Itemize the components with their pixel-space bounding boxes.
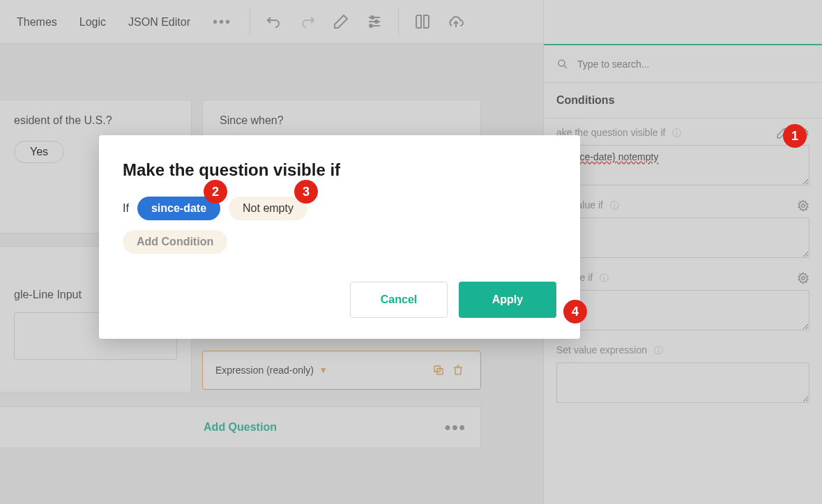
condition-row: If since-date Not empty: [123, 197, 556, 220]
apply-button[interactable]: Apply: [459, 282, 556, 318]
add-condition-row: Add Condition: [123, 230, 556, 254]
add-condition-button[interactable]: Add Condition: [123, 230, 227, 254]
operator-chip[interactable]: Not empty: [229, 197, 307, 220]
cancel-button[interactable]: Cancel: [350, 282, 448, 318]
field-chip[interactable]: since-date: [137, 197, 220, 220]
if-label: If: [123, 202, 129, 215]
dialog-buttons: Cancel Apply: [123, 282, 556, 318]
app-root: Themes Logic JSON Editor ••• calculation: [0, 0, 822, 504]
condition-dialog: Make the question visible if If since-da…: [99, 135, 580, 339]
dialog-title: Make the question visible if: [123, 160, 556, 180]
